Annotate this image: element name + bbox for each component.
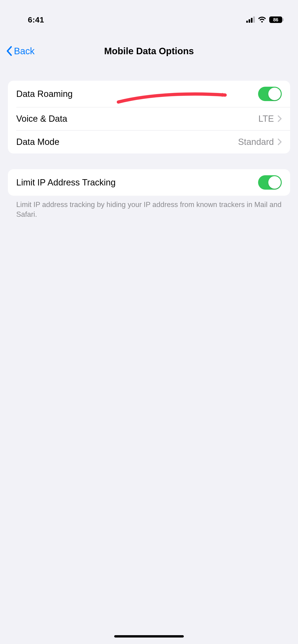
limit-ip-tracking-toggle[interactable] xyxy=(258,175,282,190)
row-label: Limit IP Address Tracking xyxy=(16,178,116,188)
row-data-roaming[interactable]: Data Roaming xyxy=(8,81,290,107)
status-time: 6:41 xyxy=(14,15,44,24)
battery-percent: 86 xyxy=(273,17,278,22)
back-label: Back xyxy=(14,46,35,56)
battery-icon: 86 xyxy=(269,16,282,23)
row-label: Data Roaming xyxy=(16,89,73,99)
status-indicators: 86 xyxy=(246,16,284,23)
row-voice-and-data[interactable]: Voice & Data LTE xyxy=(8,107,290,130)
row-limit-ip-tracking[interactable]: Limit IP Address Tracking xyxy=(8,169,290,196)
back-button[interactable]: Back xyxy=(6,46,35,56)
row-label: Data Mode xyxy=(16,137,59,147)
home-indicator[interactable] xyxy=(114,635,184,638)
status-bar: 6:41 86 xyxy=(0,0,298,30)
settings-group-ip-tracking: Limit IP Address Tracking xyxy=(8,169,290,196)
settings-group-data-options: Data Roaming Voice & Data LTE Data Mode … xyxy=(8,81,290,154)
row-value: LTE xyxy=(258,114,274,124)
data-roaming-toggle[interactable] xyxy=(258,87,282,101)
content-area: Data Roaming Voice & Data LTE Data Mode … xyxy=(0,81,298,219)
wifi-icon xyxy=(258,17,266,23)
navigation-bar: Back Mobile Data Options xyxy=(0,40,298,62)
chevron-left-icon xyxy=(6,46,13,56)
row-data-mode[interactable]: Data Mode Standard xyxy=(8,130,290,154)
row-label: Voice & Data xyxy=(16,114,67,124)
chevron-right-icon xyxy=(277,115,282,122)
page-title: Mobile Data Options xyxy=(0,46,298,56)
chevron-right-icon xyxy=(277,138,282,145)
group-footer-text: Limit IP address tracking by hiding your… xyxy=(8,196,290,219)
row-value: Standard xyxy=(238,137,274,147)
cellular-signal-icon xyxy=(246,17,255,23)
